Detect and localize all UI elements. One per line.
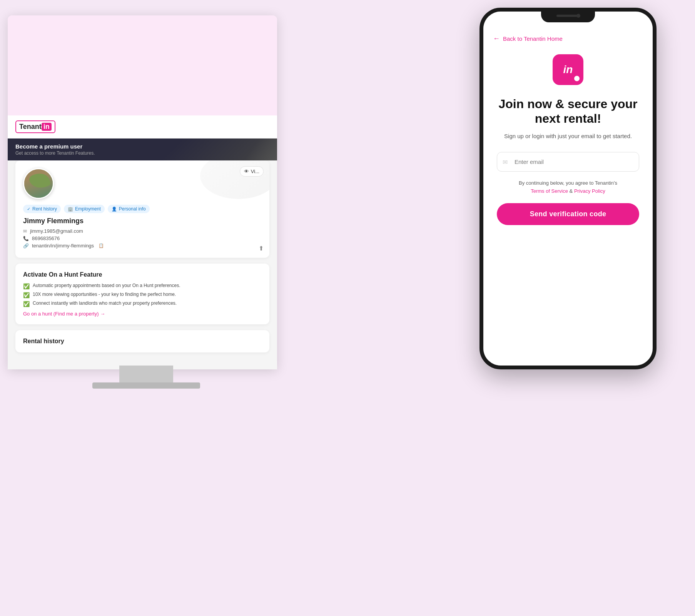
phone-speaker: [556, 15, 580, 17]
rental-history-title: Rental history: [23, 338, 262, 345]
monitor-stand: [119, 366, 173, 385]
check-icon: ✓: [27, 207, 30, 212]
avatar-image: [24, 169, 53, 198]
tab-rent-history[interactable]: ✓ Rent history: [23, 205, 61, 213]
check-icon-2: ✅: [23, 292, 30, 298]
desktop-monitor: Tenant in Become a premium user Get acce…: [8, 15, 285, 392]
profile-phone-value: 8696835676: [32, 235, 60, 241]
profile-email: ✉ jimmy.1985@gmail.com: [23, 228, 262, 234]
email-icon: ✉: [23, 229, 27, 234]
phone-mockup: ← Back to Tenantin Home in Join now & se…: [479, 8, 664, 377]
phone-logo: in: [553, 54, 583, 85]
profile-phone: 📞 8696835676: [23, 235, 262, 241]
phone-logo-text: in: [563, 63, 573, 76]
avatar: [23, 168, 54, 199]
send-verification-button[interactable]: Send verification code: [497, 203, 639, 225]
profile-email-value: jimmy.1985@gmail.com: [30, 228, 83, 234]
back-arrow-icon: ←: [493, 35, 500, 43]
share-button[interactable]: ⬆: [259, 245, 264, 252]
hunt-item-3-text: Connect instantly with landlords who mat…: [33, 300, 177, 306]
hunt-section: Activate On a Hunt Feature ✅ Automatic p…: [15, 264, 269, 324]
rental-section: Rental history: [15, 330, 269, 352]
tab-employment-label: Employment: [75, 206, 101, 212]
desktop-app: Tenant in Become a premium user Get acce…: [8, 15, 277, 369]
profile-tabs: ✓ Rent history 🏢 Employment 👤 Personal i…: [23, 205, 262, 213]
join-subheading: Sign up or login with just your email to…: [504, 132, 632, 141]
check-icon-3: ✅: [23, 301, 30, 307]
premium-banner: Become a premium user Get access to more…: [8, 139, 277, 160]
privacy-policy-link[interactable]: Privacy Policy: [574, 188, 605, 194]
phone-body: ← Back to Tenantin Home in Join now & se…: [479, 8, 657, 369]
tab-rent-history-label: Rent history: [32, 206, 57, 212]
tab-employment[interactable]: 🏢 Employment: [64, 205, 105, 213]
monitor-screen: Tenant in Become a premium user Get acce…: [8, 15, 277, 369]
profile-link-value: tenantin/in/jimmy-flemmings: [32, 243, 94, 249]
link-icon: 🔗: [23, 243, 29, 249]
terms-prefix: By continuing below, you agree to Tenant…: [519, 180, 617, 186]
person-icon: 👤: [112, 207, 117, 212]
premium-subtitle: Get access to more Tenantin Features.: [15, 150, 269, 156]
email-field-icon: ✉: [503, 158, 508, 165]
hunt-item-2: ✅ 10X more viewing opportunities - your …: [23, 292, 262, 298]
eye-icon: 👁: [244, 169, 249, 174]
hunt-item-3: ✅ Connect instantly with landlords who m…: [23, 300, 262, 307]
hunt-title: Activate On a Hunt Feature: [23, 271, 262, 278]
join-heading: Join now & secure your next rental!: [497, 97, 639, 126]
back-nav-label: Back to Tenantin Home: [503, 35, 563, 42]
terms-text: By continuing below, you agree to Tenant…: [519, 179, 617, 195]
hunt-cta-label: Go on a hunt (Find me a property) →: [23, 311, 105, 317]
hunt-item-1: ✅ Automatic property appointments based …: [23, 283, 262, 289]
phone-notch: [541, 12, 595, 22]
phone-icon: 📞: [23, 236, 29, 241]
employment-icon: 🏢: [68, 207, 73, 212]
hunt-item-1-text: Automatic property appointments based on…: [33, 283, 180, 288]
hunt-item-2-text: 10X more viewing opportunities - your ke…: [33, 292, 176, 297]
back-nav[interactable]: ← Back to Tenantin Home: [483, 29, 653, 47]
terms-and: &: [570, 188, 574, 194]
email-input-wrapper: ✉: [497, 152, 639, 172]
view-button[interactable]: 👁 Vi...: [240, 166, 264, 177]
profile-card: 👁 Vi... ✓ Rent history 🏢 Employment: [15, 160, 269, 258]
top-banner-area: [8, 15, 277, 115]
copy-icon[interactable]: 📋: [99, 243, 104, 248]
premium-title: Become a premium user: [15, 143, 269, 150]
terms-of-service-link[interactable]: Terms of Service: [531, 188, 568, 194]
view-label: Vi...: [251, 169, 259, 174]
monitor-base: [92, 382, 200, 389]
phone-main: in Join now & secure your next rental! S…: [483, 47, 653, 233]
email-input[interactable]: [497, 152, 639, 172]
phone-logo-dot: [574, 76, 580, 81]
hunt-cta-button[interactable]: Go on a hunt (Find me a property) →: [23, 311, 262, 317]
phone-screen-content: ← Back to Tenantin Home in Join now & se…: [483, 12, 653, 366]
profile-name: Jimmy Flemmings: [23, 217, 262, 225]
tab-personal-info-label: Personal info: [119, 206, 146, 212]
logo-in-text: in: [42, 123, 52, 131]
app-header: Tenant in: [8, 115, 277, 139]
desktop-logo: Tenant in: [15, 120, 55, 133]
phone-camera: [576, 14, 580, 18]
profile-link: 🔗 tenantin/in/jimmy-flemmings 📋: [23, 243, 262, 249]
logo-tenant-text: Tenant: [19, 123, 42, 131]
check-icon-1: ✅: [23, 283, 30, 289]
tab-personal-info[interactable]: 👤 Personal info: [108, 205, 150, 213]
